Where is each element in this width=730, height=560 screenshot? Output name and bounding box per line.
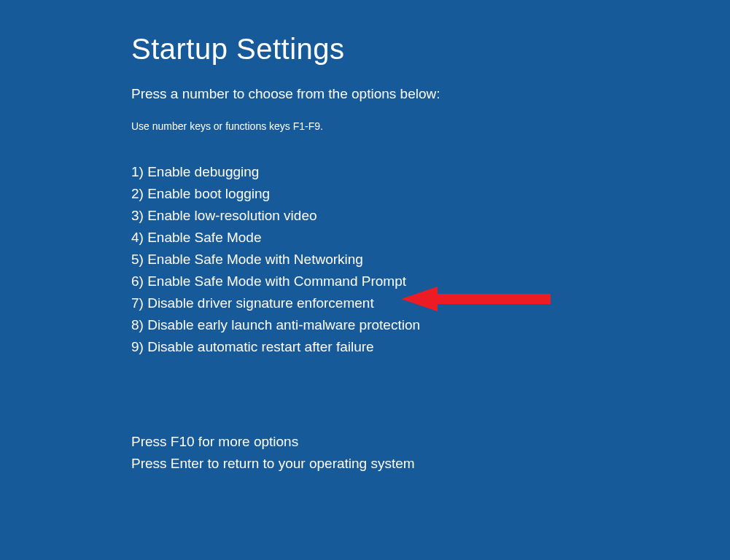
startup-settings-screen: Startup Settings Press a number to choos… bbox=[0, 0, 730, 475]
more-options-text: Press F10 for more options bbox=[131, 431, 730, 453]
svg-marker-0 bbox=[401, 287, 551, 311]
annotation-arrow-icon bbox=[401, 287, 554, 311]
option-5-safe-mode-networking[interactable]: 5) Enable Safe Mode with Networking bbox=[131, 249, 730, 271]
option-3-low-res-video[interactable]: 3) Enable low-resolution video bbox=[131, 205, 730, 227]
options-list: 1) Enable debugging 2) Enable boot loggi… bbox=[131, 161, 730, 358]
option-8-disable-anti-malware[interactable]: 8) Disable early launch anti-malware pro… bbox=[131, 314, 730, 336]
page-title: Startup Settings bbox=[131, 33, 730, 66]
hint-text: Use number keys or functions keys F1-F9. bbox=[131, 120, 730, 132]
option-4-safe-mode[interactable]: 4) Enable Safe Mode bbox=[131, 227, 730, 249]
return-text: Press Enter to return to your operating … bbox=[131, 453, 730, 475]
option-9-disable-auto-restart[interactable]: 9) Disable automatic restart after failu… bbox=[131, 336, 730, 358]
option-1-debugging[interactable]: 1) Enable debugging bbox=[131, 161, 730, 183]
option-2-boot-logging[interactable]: 2) Enable boot logging bbox=[131, 183, 730, 205]
instruction-text: Press a number to choose from the option… bbox=[131, 86, 730, 102]
